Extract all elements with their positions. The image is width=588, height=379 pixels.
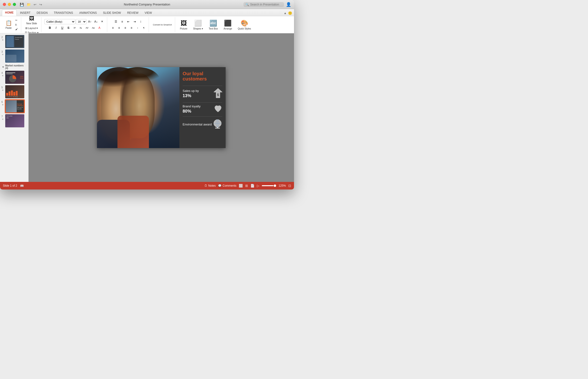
zoom-thumb[interactable] bbox=[274, 185, 276, 187]
slide-num-3: 3 bbox=[1, 50, 4, 53]
new-slide-button[interactable]: 🖼 New Slide bbox=[25, 16, 38, 26]
tab-insert[interactable]: INSERT bbox=[17, 10, 33, 16]
undo-icon[interactable]: ↩ bbox=[33, 3, 36, 6]
convert-smartart-button[interactable]: Convert to SmartArt bbox=[152, 23, 173, 26]
canvas-area[interactable]: Our loyal customers Sales up by 13% $ bbox=[29, 33, 294, 182]
layout-button[interactable]: ⊞ Layout ▾ bbox=[24, 26, 39, 30]
slide-item-3[interactable]: 3 ★ bbox=[0, 49, 28, 63]
zoom-slider[interactable] bbox=[262, 185, 276, 186]
save-icon[interactable]: 💾 bbox=[20, 3, 24, 6]
italic-button[interactable]: I bbox=[53, 25, 59, 31]
user-icon[interactable]: 👤 bbox=[286, 2, 291, 7]
decrease-font-button[interactable]: A↓ bbox=[93, 19, 99, 24]
tab-slideshow[interactable]: SLIDE SHOW bbox=[100, 10, 124, 16]
ribbon-toolbar: 📋 Paste ✂ ⎘ 🖌 🖼 New Slide ⊞ Layout ▾ ☰ S… bbox=[0, 16, 294, 33]
picture-icon: 🖼 bbox=[180, 19, 187, 27]
tab-home[interactable]: HOME bbox=[2, 10, 17, 16]
increase-indent-button[interactable]: ⇥ bbox=[132, 19, 137, 24]
quick-styles-label: Quick Styles bbox=[238, 27, 251, 30]
line-spacing-button[interactable]: ↕ bbox=[135, 25, 141, 31]
stat1-num: 13% bbox=[183, 93, 199, 98]
slide-sorter-icon[interactable]: ⊞ bbox=[245, 184, 248, 188]
align-left-button[interactable]: ≡ bbox=[110, 25, 116, 31]
subscript-button[interactable]: X₂ bbox=[78, 25, 84, 31]
slides-group: 🖼 New Slide ⊞ Layout ▾ ☰ Section ▾ bbox=[22, 17, 41, 32]
tab-view[interactable]: VIEW bbox=[142, 10, 155, 16]
slide-title: Our loyal customers bbox=[183, 71, 222, 81]
slide-thumb-3[interactable] bbox=[5, 49, 24, 63]
emoji-icon[interactable]: 🙂 bbox=[288, 11, 292, 15]
close-button[interactable] bbox=[3, 3, 6, 6]
slide-star-5: ★ bbox=[2, 89, 4, 91]
redo-icon[interactable]: ↪ bbox=[39, 3, 42, 6]
column-button[interactable]: ⫶ bbox=[138, 19, 144, 24]
tab-transitions[interactable]: TRANSITIONS bbox=[51, 10, 76, 16]
slideshow-view-icon[interactable]: ▷ bbox=[257, 184, 260, 188]
ribbon-tabs: HOME INSERT DESIGN TRANSITIONS ANIMATION… bbox=[0, 9, 294, 16]
tab-review[interactable]: REVIEW bbox=[124, 10, 141, 16]
increase-font-button[interactable]: A↑ bbox=[87, 19, 93, 24]
textbox-button[interactable]: 🔤 Text Box bbox=[207, 18, 220, 31]
maximize-button[interactable] bbox=[13, 3, 16, 6]
font-color-button[interactable]: A bbox=[97, 25, 102, 31]
slide-star-6: ★ bbox=[2, 103, 4, 106]
ribbon-collapse-icon[interactable]: ▲ bbox=[284, 11, 287, 15]
char-spacing-button[interactable]: AV bbox=[84, 25, 90, 31]
slide-item-6[interactable]: 6 ★ Our loyalcustomers Sales up 13% Bran… bbox=[0, 99, 28, 113]
slide-item-7[interactable]: 7 ★ Team photoslide bbox=[0, 113, 28, 128]
search-input[interactable] bbox=[250, 3, 281, 6]
superscript-button[interactable]: X² bbox=[72, 25, 77, 31]
reading-view-icon[interactable]: 📄 bbox=[250, 184, 254, 188]
paragraph-settings-button[interactable]: ¶ bbox=[141, 25, 147, 31]
picture-button[interactable]: 🖼 Picture bbox=[178, 18, 189, 31]
search-box[interactable]: 🔍 bbox=[244, 2, 284, 7]
notes-button[interactable]: 🗒 Notes bbox=[204, 184, 216, 187]
section-header: ▼ Market numbers (4) bbox=[0, 63, 28, 70]
bullets-button[interactable]: ☰ bbox=[113, 19, 119, 24]
align-center-button[interactable]: ≡ bbox=[116, 25, 122, 31]
slide-thumb-7[interactable]: Team photoslide bbox=[5, 114, 24, 127]
clear-format-button[interactable]: ✕ bbox=[99, 19, 105, 24]
book-icon: 📖 bbox=[20, 184, 24, 188]
justify-button[interactable]: ≡ bbox=[129, 25, 134, 31]
bold-button[interactable]: B bbox=[47, 25, 53, 31]
font-size-select[interactable]: 18 bbox=[76, 19, 86, 24]
copy-button[interactable]: ⎘ bbox=[14, 23, 19, 27]
text-case-button[interactable]: Aa bbox=[90, 25, 96, 31]
slide-canvas[interactable]: Our loyal customers Sales up by 13% $ bbox=[97, 67, 226, 148]
normal-view-icon[interactable]: ⬜ bbox=[239, 184, 243, 188]
notes-label: Notes bbox=[208, 184, 216, 187]
slide-num-5: 5 bbox=[1, 86, 4, 89]
paste-label: Paste bbox=[5, 27, 12, 29]
slide-item-4[interactable]: 4 ★ 26%21% bbox=[0, 70, 28, 84]
slide-thumb-6[interactable]: Our loyalcustomers Sales up 13% Brand 80… bbox=[5, 100, 24, 113]
tab-animations[interactable]: ANIMATIONS bbox=[76, 10, 99, 16]
minimize-button[interactable] bbox=[8, 3, 11, 6]
decrease-indent-button[interactable]: ⇤ bbox=[126, 19, 131, 24]
slide-thumb-2[interactable]: SustainableFuture bbox=[5, 35, 24, 48]
fit-slide-icon[interactable]: ⊡ bbox=[288, 184, 291, 188]
underline-button[interactable]: U bbox=[59, 25, 65, 31]
slide-thumb-5[interactable]: Growth & Strategy bbox=[5, 85, 24, 98]
paste-button[interactable]: 📋 Paste bbox=[4, 19, 13, 30]
font-family-select[interactable]: Calibri (Body) bbox=[44, 19, 75, 24]
slide-star-7: ★ bbox=[2, 118, 4, 120]
slide-item-2[interactable]: 2 ★ SustainableFuture bbox=[0, 34, 28, 49]
section-button[interactable]: ☰ Section ▾ bbox=[24, 31, 40, 33]
strikethrough-button[interactable]: S bbox=[65, 25, 71, 31]
numbering-button[interactable]: ≡ bbox=[119, 19, 125, 24]
slide-num-6: 6 bbox=[1, 101, 4, 103]
slide-item-5[interactable]: 5 ★ Growth & Strategy bbox=[0, 84, 28, 99]
align-right-button[interactable]: ≡ bbox=[122, 25, 128, 31]
arrange-button[interactable]: ⬛ Arrange bbox=[222, 18, 234, 31]
folder-icon[interactable]: 📁 bbox=[27, 3, 31, 6]
shapes-button[interactable]: ⬜ Shapes ▾ bbox=[191, 18, 205, 31]
slide-thumb-4[interactable]: 26%21% bbox=[5, 71, 24, 84]
tab-design[interactable]: DESIGN bbox=[34, 10, 50, 16]
main-area: 2 ★ SustainableFuture 3 ★ bbox=[0, 33, 294, 182]
quick-styles-button[interactable]: 🎨 Quick Styles bbox=[236, 18, 253, 31]
format-painter-button[interactable]: 🖌 bbox=[14, 27, 19, 31]
cut-button[interactable]: ✂ bbox=[14, 18, 19, 22]
comments-button[interactable]: 💬 Comments bbox=[218, 184, 236, 187]
window-title: Northwind Company Presentation bbox=[124, 3, 170, 6]
